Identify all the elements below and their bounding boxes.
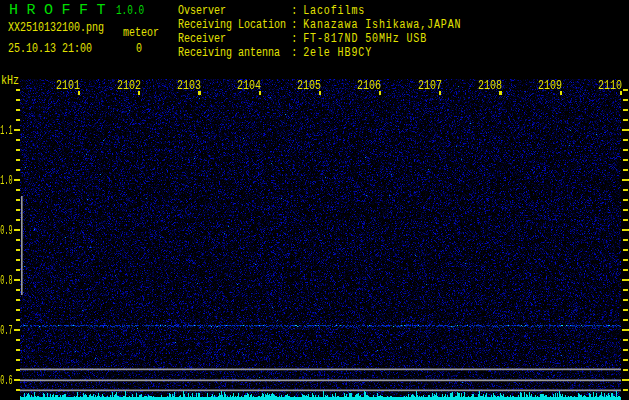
spectrogram-canvas [20,79,621,400]
freq-minor-tick-right [623,239,628,241]
freq-axis-unit: kHz [1,75,19,88]
freq-minor-tick-right [623,259,628,261]
freq-minor-tick-right [623,209,628,211]
freq-minor-tick-left [16,119,20,121]
freq-minor-tick-right [623,369,628,371]
freq-minor-tick-left [16,209,20,211]
freq-major-tick-left [14,129,21,131]
info-value: 2ele HB9CY [303,46,372,60]
info-value: Lacofilms [303,4,365,18]
info-value: FT-817ND 50MHz USB [303,32,427,46]
info-separator: : [291,4,303,18]
freq-minor-tick-right [623,339,628,341]
freq-major-tick-left [14,229,21,231]
freq-tick-label: 0.8 [1,275,13,288]
freq-minor-tick-right [623,199,628,201]
info-label: Ovserver [178,5,291,18]
freq-minor-tick-right [623,189,628,191]
freq-minor-tick-right [623,169,628,171]
freq-tick-label: 0.6 [1,375,13,388]
freq-major-tick-right [622,379,629,381]
freq-major-tick-left [14,329,21,331]
meteor-count: 0 [136,43,142,56]
info-row: Ovserver: Lacofilms [178,5,365,18]
freq-minor-tick-left [16,199,20,201]
freq-minor-tick-right [623,119,628,121]
freq-minor-tick-right [623,139,628,141]
time-tick [78,91,80,95]
info-separator: : [291,46,303,60]
time-tick [138,91,140,95]
time-tick [198,91,200,95]
freq-minor-tick-right [623,99,628,101]
freq-minor-tick-right [623,299,628,301]
time-tick-label: 2104 [237,80,261,93]
freq-minor-tick-left [16,269,20,271]
freq-minor-tick-right [623,89,628,91]
info-label: Receiving Location [178,19,291,32]
freq-minor-tick-left [16,359,20,361]
hrofft-output-image: H R O F F T 1.0.0 XX2510132100.png meteo… [0,0,629,400]
time-tick [620,91,622,95]
time-tick-label: 2105 [297,80,321,93]
info-separator: : [291,32,303,46]
info-separator: : [291,18,303,32]
freq-minor-tick-left [16,189,20,191]
freq-minor-tick-left [16,149,20,151]
time-tick [259,91,261,95]
freq-minor-tick-right [623,159,628,161]
time-tick [499,91,501,95]
time-tick-label: 2102 [117,80,141,93]
freq-minor-tick-left [16,249,20,251]
freq-minor-tick-right [623,219,628,221]
freq-minor-tick-left [16,259,20,261]
freq-minor-tick-right [623,269,628,271]
freq-minor-tick-right [623,149,628,151]
freq-major-tick-left [14,179,21,181]
time-tick [439,91,441,95]
time-tick [319,91,321,95]
freq-minor-tick-left [16,299,20,301]
time-tick-label: 2110 [598,80,622,93]
freq-minor-tick-left [16,219,20,221]
time-tick [560,91,562,95]
datetime-label: 25.10.13 21:00 [8,43,92,56]
freq-minor-tick-right [623,109,628,111]
time-tick-label: 2103 [177,80,201,93]
freq-major-tick-left [14,279,21,281]
info-label: Receiving antenna [178,47,291,60]
time-tick-label: 2101 [56,80,80,93]
freq-minor-tick-left [16,139,20,141]
freq-major-tick-right [622,179,629,181]
freq-minor-tick-right [623,349,628,351]
freq-minor-tick-left [16,239,20,241]
freq-minor-tick-left [16,89,20,91]
freq-minor-tick-left [16,369,20,371]
freq-minor-tick-right [623,289,628,291]
freq-tick-label: 1.1 [1,125,13,138]
freq-tick-label: 0.7 [1,325,13,338]
time-tick [379,91,381,95]
freq-minor-tick-left [16,339,20,341]
freq-major-tick-right [622,279,629,281]
freq-minor-tick-left [16,349,20,351]
freq-minor-tick-right [623,359,628,361]
freq-tick-label: 0.9 [1,225,13,238]
app-version: 1.0.0 [116,5,144,18]
freq-minor-tick-right [623,309,628,311]
time-tick-label: 2109 [538,80,562,93]
freq-tick-label: 1.0 [1,175,13,188]
filename-label: XX2510132100.png [8,22,104,35]
mode-label: meteor [123,27,159,40]
info-label: Receiver [178,33,291,46]
freq-minor-tick-right [623,389,628,391]
freq-major-tick-right [622,129,629,131]
freq-major-tick-right [622,229,629,231]
freq-major-tick-right [622,329,629,331]
freq-minor-tick-left [16,389,20,391]
freq-minor-tick-left [16,289,20,291]
info-row: Receiver: FT-817ND 50MHz USB [178,33,427,46]
app-title: H R O F F T [9,3,105,18]
time-tick-label: 2106 [357,80,381,93]
info-value: Kanazawa Ishikawa,JAPAN [303,18,461,32]
